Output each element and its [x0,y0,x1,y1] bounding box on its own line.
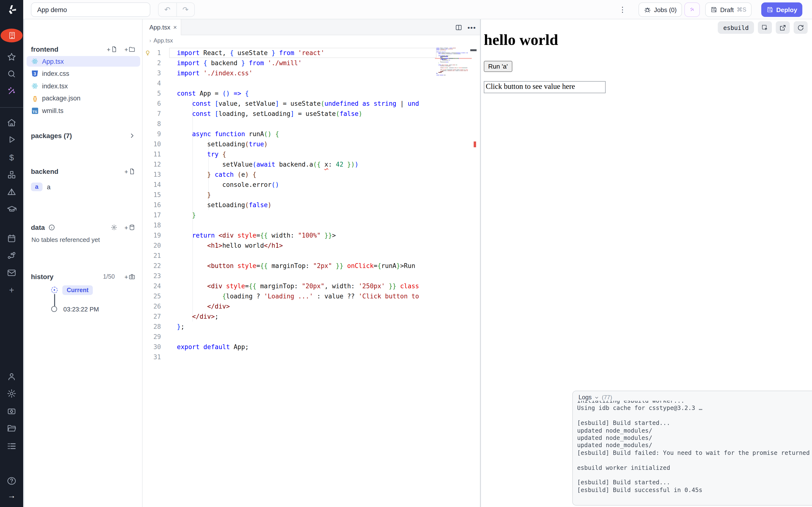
add-backend-script-button[interactable]: + [124,168,135,175]
file-row-index-tsx[interactable]: index.tsx [27,80,140,91]
workers-icon[interactable] [0,406,23,417]
info-icon[interactable] [48,224,55,231]
split-view-icon[interactable] [455,23,463,31]
code-line-1[interactable]: import React, { useState } from 'react' [177,48,436,58]
triggers-prism-icon[interactable] [0,186,23,198]
file-icon [111,46,118,53]
minimap[interactable] [437,48,470,77]
file-row-app-tsx[interactable]: App.tsx [27,56,140,67]
windmill-logo-icon[interactable] [0,3,23,16]
user-icon[interactable] [0,371,23,382]
app-name-input[interactable] [31,2,150,17]
undo-button[interactable]: ↶ [158,3,176,16]
breadcrumb[interactable]: › App.tsx [143,35,480,46]
file-row-package-json[interactable]: {}package.json [27,93,140,104]
code-line-25[interactable]: {loading ? 'Loading ...' : value ?? 'Cli… [177,291,436,301]
code-line-8[interactable] [177,119,436,129]
history-snapshot-time[interactable]: 03:23:22 PM [63,306,99,313]
code-line-16[interactable]: setLoading(false) [177,200,436,210]
add-snapshot-button[interactable]: + [124,273,135,280]
backend-script-row[interactable]: a a [31,182,51,191]
data-settings-gear-icon[interactable] [111,224,118,231]
code-line-21[interactable] [177,250,436,261]
breadcrumb-file: App.tsx [153,37,173,44]
code-line-17[interactable]: } [177,210,436,220]
code-line-27[interactable]: </div>; [177,312,436,322]
code-line-10[interactable]: setLoading(true) [177,139,436,149]
code-lines[interactable]: import React, { useState } from 'react'i… [177,48,436,362]
settings-gear-icon[interactable] [0,388,23,399]
audit-list-icon[interactable] [0,440,23,452]
code-line-5[interactable]: const App = () => { [177,89,436,99]
code-area[interactable]: 1234567891011121314151617181920212223242… [143,46,480,507]
resources-cubes-icon[interactable] [0,169,23,181]
file-row-wmill-ts[interactable]: TSwmill.ts [27,105,140,116]
code-line-12[interactable]: setValue(await backend.a({ x: 42 })) [177,159,436,169]
home-icon[interactable] [0,117,23,128]
save-draft-icon [711,6,717,13]
editor-more-icon[interactable]: ••• [468,23,476,31]
code-line-15[interactable]: } [177,190,436,200]
code-line-19[interactable]: return <div style={{ width: "100%" }}> [177,230,436,240]
learn-graduation-icon[interactable] [0,203,23,215]
code-line-23[interactable] [177,271,436,281]
scrollbar-thumb[interactable] [470,49,476,51]
add-plus-icon[interactable]: + [0,284,23,296]
ai-wand-icon[interactable] [0,86,23,97]
code-line-26[interactable]: </div> [177,301,436,312]
code-line-28[interactable]: }; [177,322,436,332]
top-bar: ↶ ↷ ⋮ Jobs (0) Draft ⌘S Deploy [23,0,812,19]
close-tab-icon[interactable]: × [173,24,177,31]
code-line-14[interactable]: console.error() [177,180,436,190]
jobs-button[interactable]: Jobs (0) [639,2,682,17]
code-line-7[interactable]: const [loading, setLoading] = useState(f… [177,109,436,119]
usage-dollar-icon[interactable]: $ [0,152,23,163]
deploy-button[interactable]: Deploy [761,2,803,17]
add-file-button[interactable]: + [107,46,118,53]
code-line-4[interactable] [177,78,436,89]
schedules-calendar-icon[interactable] [0,233,23,244]
chevron-down-icon[interactable] [594,395,599,400]
packages-section-header[interactable]: packages (7) [31,131,135,140]
add-table-button[interactable]: + [124,224,135,231]
code-line-31[interactable] [177,352,436,362]
logs-label[interactable]: Logs [578,394,592,401]
log-line [577,412,812,420]
redo-button[interactable]: ↷ [176,3,194,16]
log-line: esbuild worker initialized [577,464,812,472]
favorites-star-icon[interactable] [0,51,23,63]
log-line: [esbuild] Build successful in 0.45s [577,487,812,494]
ai-assistant-button[interactable] [684,2,700,17]
tab-app-tsx[interactable]: App.tsx × [143,19,181,35]
folders-icon[interactable] [0,422,23,434]
more-menu-kebab-icon[interactable]: ⋮ [617,4,628,15]
code-line-2[interactable]: import { backend } from './wmill' [177,58,436,68]
run-a-button[interactable]: Run 'a' [484,61,512,72]
mail-icon[interactable] [0,267,23,279]
draft-button[interactable]: Draft ⌘S [705,2,752,17]
chevron-right-icon[interactable] [129,132,135,139]
add-folder-button[interactable]: + [124,46,135,53]
history-current-badge[interactable]: Current [62,285,93,295]
search-icon[interactable] [0,68,23,80]
code-line-29[interactable] [177,332,436,342]
code-line-24[interactable]: <div style={{ marginTop: "20px", width: … [177,281,436,291]
help-icon[interactable] [0,475,23,487]
code-line-22[interactable]: <button style={{ marginTop: "2px" }} onC… [177,261,436,271]
flows-route-icon[interactable] [0,249,23,261]
logs-panel[interactable]: Logs (77) Initializing esbuild worker...… [572,391,812,506]
code-line-20[interactable]: <h1>hello world</h1> [177,240,436,250]
code-line-11[interactable]: try { [177,149,436,159]
code-line-30[interactable]: export default App; [177,342,436,352]
logs-output[interactable]: Initializing esbuild worker...Using idb … [573,401,812,504]
log-line: [esbuild] Build failed: You need to wait… [577,450,812,457]
expand-rail-arrow-icon[interactable]: → [0,490,23,501]
runs-play-icon[interactable] [0,134,23,145]
workspace-badge-icon[interactable] [0,29,22,43]
code-line-6[interactable]: const [value, setValue] = useState(undef… [177,99,436,109]
code-line-13[interactable]: } catch (e) { [177,169,436,180]
code-line-3[interactable]: import './index.css' [177,68,436,78]
code-line-18[interactable] [177,220,436,230]
code-line-9[interactable]: async function runA() { [177,129,436,139]
file-row-index-css[interactable]: 3index.css [27,68,140,79]
